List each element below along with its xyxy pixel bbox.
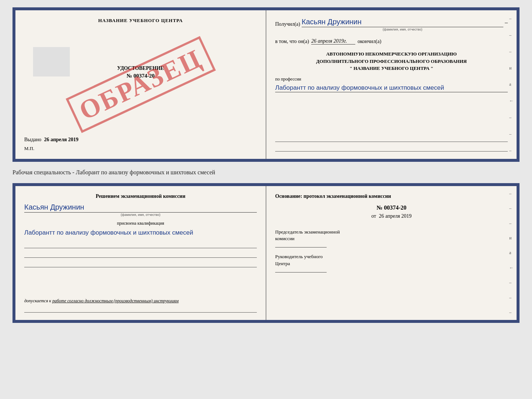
poluchil-prefix: Получил(а): [275, 21, 300, 27]
mp-label: М.П.: [24, 146, 257, 152]
dopuskaetsya-row: допускается к работе согласно должностны…: [24, 295, 179, 303]
prisvoena-label: присвоена квалификация: [24, 221, 257, 226]
rukovoditel-label: Руководитель учебного Центра: [275, 253, 508, 272]
org-line1: АВТОНОМНУЮ НЕКОММЕРЧЕСКУЮ ОРГАНИЗАЦИЮ: [275, 50, 508, 58]
bottom-right-panel: Основание: протокол экзаменационной коми…: [266, 186, 517, 320]
vtom-row: в том, что он(а) 26 апреля 2019г. окончи…: [275, 38, 508, 44]
poluchil-row: Получил(а) Касьян Дружинин (фамилия, имя…: [275, 18, 508, 27]
right-side-dashes: – – – и а ← – – –: [509, 10, 514, 159]
dopuskaetsya-prefix: допускается к: [24, 298, 51, 303]
po-professii-label: по профессии: [275, 76, 508, 82]
cert-label: УДОСТОВЕРЕНИЕ: [117, 65, 164, 71]
resheniem-title: Решением экзаменационной комиссии: [24, 193, 257, 199]
vydano-date: 26 апреля 2019: [44, 137, 78, 142]
bottom-right-side-dashes: – – – и а ← – – –: [509, 186, 514, 320]
specialty-text: Рабочая специальность - Лаборант по анал…: [12, 168, 520, 177]
fio-label-top: (фамилия, имя, отчество): [302, 28, 503, 31]
org-line3: " НАЗВАНИЕ УЧЕБНОГО ЦЕНТРА ": [275, 65, 508, 72]
predsedatel-signature-line: [275, 247, 327, 247]
org-line2: ДОПОЛНИТЕЛЬНОГО ПРОФЕССИОНАЛЬНОГО ОБРАЗО…: [275, 58, 508, 65]
obrazec-watermark: ОБРАЗЕЦ: [65, 36, 215, 133]
bottom-left-panel: Решением экзаменационной комиссии Касьян…: [15, 186, 266, 320]
cert-number: № 00374-20: [117, 73, 164, 79]
vydano-label: Выдано: [24, 137, 42, 142]
bottom-ul-3: [24, 261, 257, 267]
bottom-ul-1: [24, 242, 257, 248]
bottom-ul-4: [24, 306, 257, 313]
okonchil-label: окончил(а): [357, 39, 381, 44]
protocol-number: № 00374-20: [275, 204, 508, 211]
bottom-document-card: Решением экзаменационной комиссии Касьян…: [12, 183, 520, 323]
osnovanie-title: Основание: протокол экзаменационной коми…: [275, 193, 508, 199]
school-name-top: НАЗВАНИЕ УЧЕБНОГО ЦЕНТРА: [98, 18, 183, 24]
bottom-ul-2: [24, 251, 257, 258]
rukovoditel-signature-line: [275, 272, 327, 272]
dopuskaetsya-text: работе согласно должностным (производств…: [52, 298, 179, 303]
fio-label-bottom: (фамилия, имя, отчество): [24, 213, 257, 217]
qualification-text: Лаборантт по анализу формовочных и шихтп…: [24, 228, 257, 237]
dopuskaetsya-block: допускается к работе согласно должностны…: [24, 297, 257, 313]
vtom-prefix: в том, что он(а): [275, 39, 309, 44]
predsedatel-label: Председатель экзаменационной комиссии: [275, 229, 508, 247]
ot-date-value: 26 апреля 2019: [379, 213, 411, 219]
top-document-card: НАЗВАНИЕ УЧЕБНОГО ЦЕНТРА ОБРАЗЕЦ УДОСТОВ…: [12, 7, 520, 162]
bottom-name: Касьян Дружинин (фамилия, имя, отчество): [24, 203, 257, 213]
vtom-date: 26 апреля 2019г.: [311, 38, 355, 44]
profession-text-top: Лаборантт по анализу формовочных и шихтп…: [275, 83, 508, 93]
org-block: АВТОНОМНУЮ НЕКОММЕРЧЕСКУЮ ОРГАНИЗАЦИЮ ДО…: [275, 50, 508, 72]
underline-1: [275, 135, 508, 142]
underline-2: [275, 145, 508, 152]
ot-prefix: от: [371, 213, 376, 219]
vydano-row: Выдано 26 апреля 2019: [24, 129, 257, 143]
dash-right: –: [505, 19, 508, 26]
poluchil-name: Касьян Дружинин (фамилия, имя, отчество): [302, 18, 503, 27]
photo-placeholder: [33, 47, 70, 76]
top-left-panel: НАЗВАНИЕ УЧЕБНОГО ЦЕНТРА ОБРАЗЕЦ УДОСТОВ…: [15, 10, 266, 159]
top-right-panel: Получил(а) Касьян Дружинин (фамилия, имя…: [266, 10, 517, 159]
ot-date: от 26 апреля 2019: [275, 213, 508, 219]
